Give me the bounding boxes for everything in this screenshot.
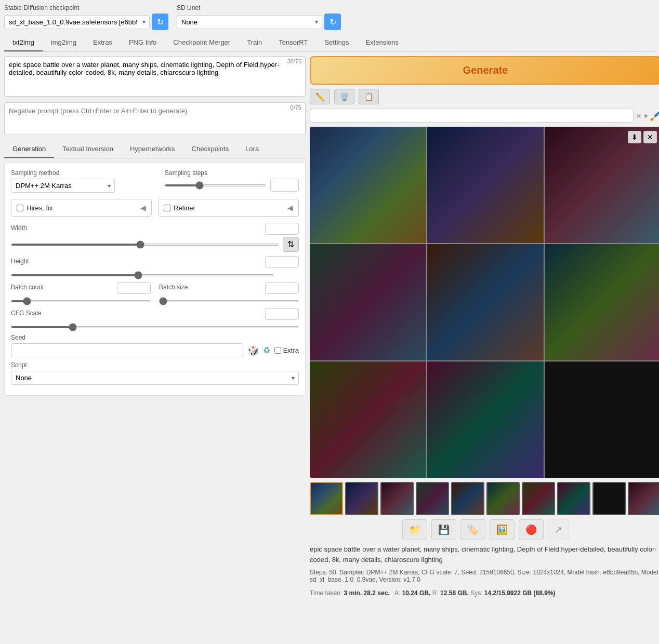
- refiner-checkbox[interactable]: [164, 205, 170, 211]
- cfg-scale-slider[interactable]: [11, 326, 299, 328]
- style-input[interactable]: [310, 109, 634, 123]
- thumbnail-8[interactable]: [557, 482, 590, 515]
- sampling-steps-label: Sampling steps: [165, 169, 299, 177]
- seed-input[interactable]: -1: [11, 343, 243, 357]
- output-action-buttons: 📁 💾 🏷️ 🖼️ 🔴 ↗: [310, 519, 659, 540]
- generate-button[interactable]: Generate: [310, 56, 659, 85]
- hires-fix-checkbox[interactable]: [17, 205, 23, 211]
- tab-lora[interactable]: Lora: [237, 141, 267, 158]
- batch-count-slider[interactable]: [11, 300, 151, 302]
- checkpoint-select[interactable]: sd_xl_base_1.0_0.9vae.safetensors [e6bb9…: [4, 15, 150, 29]
- hires-fix-collapse-button[interactable]: ◀: [140, 204, 146, 212]
- output-tag-button[interactable]: 🏷️: [460, 519, 485, 540]
- width-label: Width: [11, 224, 27, 232]
- tab-train[interactable]: Train: [239, 34, 270, 51]
- width-slider[interactable]: [11, 244, 279, 246]
- sampling-method-label: Sampling method: [11, 169, 156, 177]
- tab-checkpoint-merger[interactable]: Checkpoint Merger: [165, 34, 239, 51]
- tab-img2img[interactable]: img2img: [43, 34, 85, 51]
- hires-fix-label: Hires. fix: [27, 204, 137, 212]
- seed-dice-button[interactable]: 🎲: [247, 345, 259, 356]
- settings-panel: Sampling method DPM++ 2M Karras Sampling…: [4, 163, 306, 396]
- checkpoint-refresh-button[interactable]: ↻: [152, 14, 168, 30]
- thumbnail-1[interactable]: [310, 482, 343, 515]
- thumbnail-3[interactable]: [380, 482, 414, 515]
- batch-size-input[interactable]: 1: [265, 282, 299, 294]
- thumbnail-10[interactable]: [628, 482, 659, 515]
- seed-recycle-button[interactable]: ♻: [263, 345, 270, 355]
- hires-fix-item: Hires. fix ◀: [11, 199, 152, 217]
- image-cell-2[interactable]: [427, 127, 544, 243]
- style-clear-button[interactable]: ✕: [636, 112, 642, 120]
- script-label: Script: [11, 361, 299, 369]
- output-red-button[interactable]: 🔴: [519, 519, 544, 540]
- output-meta-text: Steps: 50, Sampler: DPM++ 2M Karras, CFG…: [310, 569, 659, 583]
- sd-unet-select[interactable]: None: [177, 15, 322, 29]
- time-info: Time taken: 3 min. 28.2 sec. A: 10.24 GB…: [310, 589, 659, 597]
- positive-prompt-box: 38/75 epic space battle over a water pla…: [4, 56, 306, 98]
- sampling-method-select[interactable]: DPM++ 2M Karras: [11, 179, 115, 193]
- image-download-button[interactable]: ⬇: [628, 131, 641, 143]
- seed-extra-label[interactable]: Extra: [274, 346, 299, 354]
- tab-hypernetworks[interactable]: Hypernetworks: [122, 141, 183, 158]
- refiner-collapse-button[interactable]: ◀: [287, 204, 293, 212]
- thumbnail-6[interactable]: [486, 482, 520, 515]
- image-cell-8[interactable]: [427, 361, 544, 478]
- sd-unet-refresh-button[interactable]: ↻: [324, 14, 341, 30]
- height-input[interactable]: 1024: [265, 256, 299, 268]
- batch-size-slider[interactable]: [159, 300, 299, 302]
- width-input[interactable]: 1024: [265, 223, 299, 235]
- tab-txt2img[interactable]: txt2img: [4, 34, 43, 51]
- image-cell-7[interactable]: [310, 361, 426, 478]
- image-cell-6[interactable]: [545, 244, 659, 360]
- height-slider[interactable]: [11, 274, 274, 276]
- trash-button[interactable]: 🗑️: [334, 89, 354, 104]
- image-cell-9[interactable]: [545, 361, 659, 478]
- sd-unet-label: SD Unet: [177, 4, 341, 11]
- thumbnail-5[interactable]: [451, 482, 484, 515]
- image-display: ⬇ ✕: [310, 127, 659, 478]
- tab-tensorrt[interactable]: TensorRT: [270, 34, 316, 51]
- seed-extra-checkbox[interactable]: [274, 347, 281, 354]
- output-arrow-button[interactable]: ↗: [548, 519, 569, 540]
- positive-prompt-input[interactable]: epic space battle over a water planet, m…: [4, 56, 306, 97]
- pencil-button[interactable]: ✏️: [310, 89, 330, 104]
- image-cell-3[interactable]: [545, 127, 659, 243]
- output-folder-button[interactable]: 📁: [402, 519, 427, 540]
- tab-png-info[interactable]: PNG Info: [121, 34, 165, 51]
- sampling-steps-input[interactable]: 50: [270, 179, 299, 192]
- script-select[interactable]: None: [11, 371, 299, 385]
- sampling-steps-slider[interactable]: [165, 184, 266, 186]
- image-close-button[interactable]: ✕: [643, 131, 657, 143]
- cfg-scale-label: CFG Scale: [11, 310, 42, 317]
- tab-checkpoints[interactable]: Checkpoints: [183, 141, 238, 158]
- image-cell-5[interactable]: [427, 244, 544, 360]
- image-grid: [310, 127, 659, 478]
- tab-settings[interactable]: Settings: [316, 34, 357, 51]
- tab-generation[interactable]: Generation: [4, 141, 54, 158]
- thumbnail-9[interactable]: [592, 482, 626, 515]
- batch-count-label: Batch count: [11, 284, 44, 291]
- tab-textual-inversion[interactable]: Textual Inversion: [54, 141, 122, 158]
- tab-extensions[interactable]: Extensions: [357, 34, 407, 51]
- tab-extras[interactable]: Extras: [85, 34, 121, 51]
- refiner-item: Refiner ◀: [158, 199, 299, 217]
- image-cell-1[interactable]: [310, 127, 426, 243]
- sub-tabs: Generation Textual Inversion Hypernetwor…: [4, 141, 306, 158]
- style-dropdown-button[interactable]: ▾: [644, 112, 648, 120]
- refiner-label: Refiner: [174, 204, 284, 212]
- negative-prompt-input[interactable]: [4, 102, 306, 135]
- negative-prompt-counter: 0/75: [291, 104, 301, 111]
- thumbnail-2[interactable]: [345, 482, 378, 515]
- cfg-scale-input[interactable]: 7: [265, 308, 299, 320]
- batch-count-input[interactable]: 10: [117, 282, 151, 294]
- image-overlay-buttons: ⬇ ✕: [628, 131, 657, 143]
- thumbnail-4[interactable]: [416, 482, 449, 515]
- swap-dimensions-button[interactable]: ⇅: [283, 237, 299, 252]
- output-save-button[interactable]: 💾: [431, 519, 456, 540]
- image-cell-4[interactable]: [310, 244, 426, 360]
- style-apply-button[interactable]: 🖌️: [650, 110, 659, 122]
- output-image-button[interactable]: 🖼️: [490, 519, 515, 540]
- clipboard-button[interactable]: 📋: [359, 89, 379, 104]
- thumbnail-7[interactable]: [522, 482, 555, 515]
